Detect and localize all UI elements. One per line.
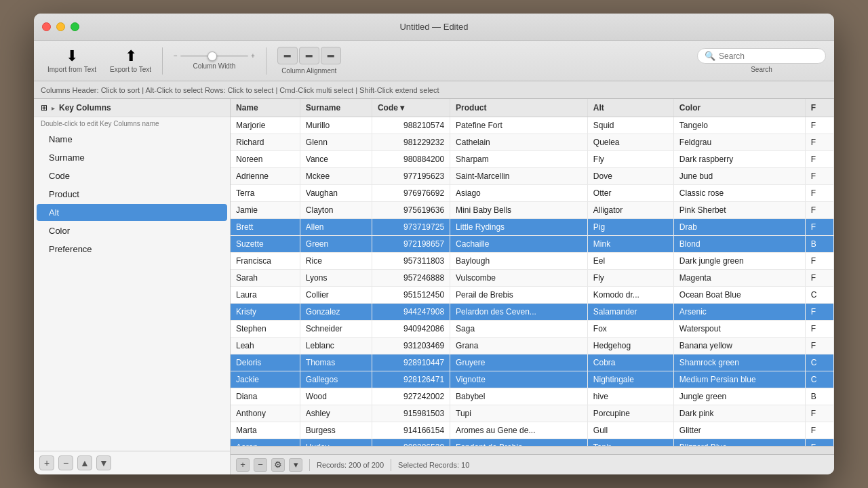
sidebar-footer: + − ▲ ▼: [34, 451, 230, 474]
table-cell: Clayton: [300, 202, 372, 219]
table-row[interactable]: AaronHurley908386530Fondant de BrebisTap…: [231, 439, 834, 447]
table-cell: Fox: [587, 321, 673, 338]
col-header-alt[interactable]: Alt: [587, 99, 673, 117]
table-cell: F: [805, 151, 833, 168]
table-cell: Allen: [300, 219, 372, 236]
table-cell: 988210574: [372, 117, 450, 134]
table-cell: 957246888: [372, 270, 450, 287]
table-container[interactable]: Name Surname Code ▾ Product Alt Color F …: [231, 99, 834, 446]
table-cell: hive: [587, 388, 673, 405]
sidebar-add-button[interactable]: +: [39, 455, 54, 470]
sidebar-up-button[interactable]: ▲: [77, 455, 92, 470]
table-cell: Dark pink: [673, 405, 805, 422]
table-cell: Fly: [587, 270, 673, 287]
table-row[interactable]: RichardGlenn981229232CathelainQueleaFeld…: [231, 134, 834, 151]
table-row[interactable]: NoreenVance980884200SharpamFlyDark raspb…: [231, 151, 834, 168]
col-header-f[interactable]: F: [805, 99, 833, 117]
col-header-color[interactable]: Color: [673, 99, 805, 117]
table-cell: Saint-Marcellin: [450, 168, 588, 185]
table-row[interactable]: JackieGallegos928126471VignotteNightinga…: [231, 371, 834, 388]
table-cell: Patefine Fort: [450, 117, 588, 134]
table-row[interactable]: TerraVaughan976976692AsiagoOtterClassic …: [231, 185, 834, 202]
table-cell: Ashley: [300, 405, 372, 422]
sidebar-header: ⊞ ▸ Key Columns: [34, 99, 230, 117]
sidebar-item-name[interactable]: Name: [37, 131, 227, 148]
align-left-button[interactable]: ═: [277, 47, 298, 64]
table-cell: 944247908: [372, 304, 450, 321]
table-row[interactable]: AnthonyAshley915981503TupiPorcupineDark …: [231, 405, 834, 422]
sidebar-item-preference[interactable]: Preference: [37, 241, 227, 258]
align-center-button[interactable]: ═: [299, 47, 319, 64]
table-row[interactable]: DelorisThomas928910447GruyereCobraShamro…: [231, 354, 834, 371]
table-cell: 980884200: [372, 151, 450, 168]
align-right-button[interactable]: ═: [321, 47, 341, 64]
table-cell: C: [805, 354, 833, 371]
table-cell: Kristy: [231, 304, 300, 321]
table-cell: 931203469: [372, 338, 450, 354]
table-cell: Sarah: [231, 270, 300, 287]
table-remove-button[interactable]: −: [254, 458, 267, 472]
table-cell: Fondant de Brebis: [450, 439, 588, 447]
table-row[interactable]: StephenSchneider940942086SagaFoxWaterspo…: [231, 321, 834, 338]
table-cell: Gallegos: [300, 371, 372, 388]
table-row[interactable]: BrettAllen973719725Little RydingsPigDrab…: [231, 219, 834, 236]
table-cell: Waterspout: [673, 321, 805, 338]
table-row[interactable]: LeahLeblanc931203469GranaHedgehogBanana …: [231, 338, 834, 354]
table-cell: 908386530: [372, 439, 450, 447]
slider-min-icon: −: [174, 52, 178, 60]
sidebar-down-button[interactable]: ▼: [96, 455, 111, 470]
col-header-name[interactable]: Name: [231, 99, 300, 117]
sidebar-subtitle: Double-click to edit Key Columns name: [34, 117, 230, 130]
sidebar-item-product[interactable]: Product: [37, 186, 227, 203]
table-cell: F: [805, 338, 833, 354]
table-cell: Marta: [231, 422, 300, 439]
column-width-label: Column Width: [193, 62, 235, 70]
table-dropdown-button[interactable]: ▾: [289, 458, 302, 472]
sidebar-item-alt[interactable]: Alt: [37, 204, 227, 221]
col-header-code[interactable]: Code ▾: [372, 99, 450, 117]
sidebar-item-color[interactable]: Color: [37, 222, 227, 239]
search-icon: 🔍: [705, 51, 715, 61]
table-cell: Alligator: [587, 202, 673, 219]
table-row[interactable]: KristyGonzalez944247908Pelardon des Ceve…: [231, 304, 834, 321]
table-row[interactable]: MartaBurgess914166154Aromes au Gene de..…: [231, 422, 834, 439]
table-row[interactable]: MarjorieMurillo988210574Patefine FortSqu…: [231, 117, 834, 134]
maximize-button[interactable]: [71, 22, 79, 31]
import-button[interactable]: ⬇ Import from Text: [42, 46, 102, 76]
sidebar-chevron-icon: ▸: [52, 104, 55, 112]
table-cell: Wood: [300, 388, 372, 405]
search-input[interactable]: [719, 52, 818, 61]
table-row[interactable]: AdrienneMckee977195623Saint-MarcellinDov…: [231, 168, 834, 185]
table-add-button[interactable]: +: [236, 458, 250, 472]
table-row[interactable]: SuzetteGreen972198657CachailleMinkBlondB: [231, 236, 834, 253]
table-row[interactable]: SarahLyons957246888VulscombeFlyMagentaF: [231, 270, 834, 287]
slider-track: [180, 55, 248, 57]
table-cell: Leah: [231, 338, 300, 354]
search-label: Search: [751, 66, 772, 73]
table-cell: Burgess: [300, 422, 372, 439]
table-cell: Jungle green: [673, 388, 805, 405]
table-settings-button[interactable]: ⚙: [271, 458, 285, 472]
close-button[interactable]: [42, 22, 51, 31]
horizontal-scrollbar[interactable]: [231, 446, 834, 454]
table-cell: 928126471: [372, 371, 450, 388]
sidebar-item-code[interactable]: Code: [37, 167, 227, 184]
table-row[interactable]: LauraCollier951512450Perail de BrebisKom…: [231, 287, 834, 304]
col-header-surname[interactable]: Surname: [300, 99, 372, 117]
column-width-slider[interactable]: − +: [174, 52, 255, 60]
table-cell: Blond: [673, 236, 805, 253]
table-row[interactable]: DianaWood927242002BabybelhiveJungle gree…: [231, 388, 834, 405]
table-cell: Dark jungle green: [673, 253, 805, 270]
minimize-button[interactable]: [56, 22, 65, 31]
table-cell: F: [805, 422, 833, 439]
col-header-product[interactable]: Product: [450, 99, 588, 117]
export-button[interactable]: ⬆ Export to Text: [104, 46, 157, 76]
table-row[interactable]: JamieClayton975619636Mini Baby BellsAlli…: [231, 202, 834, 219]
table-cell: Jamie: [231, 202, 300, 219]
table-cell: F: [805, 270, 833, 287]
sidebar-remove-button[interactable]: −: [58, 455, 73, 470]
table-cell: Cobra: [587, 354, 673, 371]
table-row[interactable]: FranciscaRice957311803BayloughEelDark ju…: [231, 253, 834, 270]
sidebar-item-surname[interactable]: Surname: [37, 149, 227, 166]
table-cell: F: [805, 134, 833, 151]
